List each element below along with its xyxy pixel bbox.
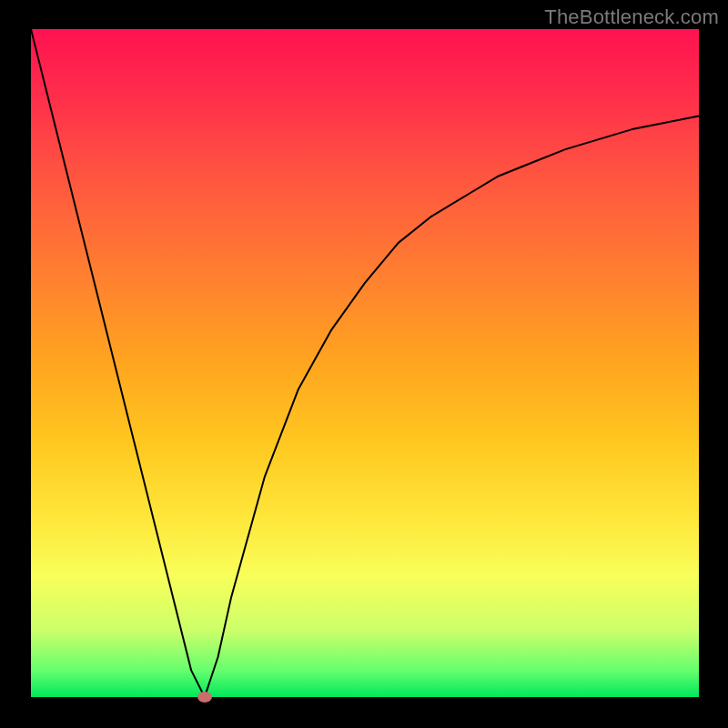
bottleneck-curve [31, 29, 699, 697]
chart-frame: TheBottleneck.com [0, 0, 728, 728]
curve-svg [31, 29, 699, 697]
plot-area [31, 29, 699, 697]
minimum-marker [197, 692, 212, 703]
watermark-text: TheBottleneck.com [544, 5, 719, 29]
